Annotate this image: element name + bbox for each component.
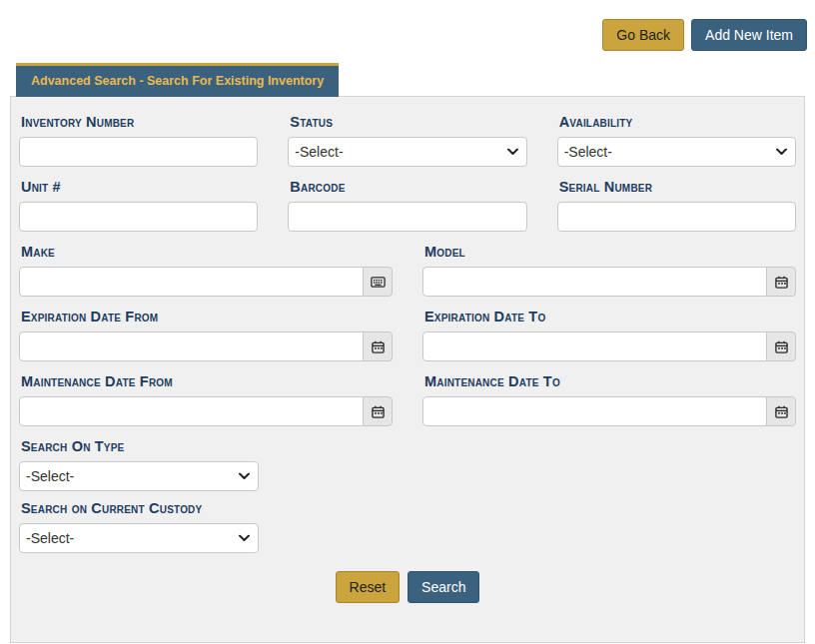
availability-field: Availability -Select- (557, 105, 796, 167)
calendar-icon (775, 405, 788, 418)
form-row-2: Unit # Barcode Serial Number (19, 170, 796, 235)
status-field: Status -Select- (288, 105, 526, 167)
add-new-item-button[interactable]: Add New Item (691, 19, 807, 51)
serial-number-field: Serial Number (557, 170, 796, 232)
form-row-5: Maintenance Date From (19, 364, 796, 429)
go-back-button[interactable]: Go Back (602, 19, 684, 51)
form-row-1: Inventory Number Status -Select- Availab… (19, 105, 796, 170)
serial-number-input[interactable] (557, 202, 796, 232)
status-select[interactable]: -Select- (288, 137, 526, 167)
search-on-current-custody-label: Search on Current Custody (21, 500, 257, 516)
status-label: Status (290, 114, 524, 130)
search-on-current-custody-field: Search on Current Custody -Select- (19, 500, 259, 553)
maintenance-date-to-input[interactable] (422, 396, 767, 426)
expiration-date-from-calendar-button[interactable] (363, 331, 393, 361)
expiration-date-to-field: Expiration Date To (422, 300, 796, 361)
barcode-field: Barcode (288, 170, 526, 232)
maintenance-date-from-field: Maintenance Date From (19, 364, 393, 426)
unit-number-field: Unit # (19, 170, 258, 232)
advanced-search-panel: Inventory Number Status -Select- Availab… (10, 96, 805, 643)
search-on-type-label: Search On Type (21, 438, 257, 454)
unit-number-input[interactable] (19, 202, 258, 232)
model-field: Model (422, 235, 796, 297)
availability-select[interactable]: -Select- (557, 137, 796, 167)
search-button[interactable]: Search (408, 571, 479, 603)
expiration-date-to-label: Expiration Date To (424, 309, 794, 324)
inventory-number-input[interactable] (19, 137, 258, 167)
maintenance-date-from-label: Maintenance Date From (21, 373, 391, 389)
maintenance-date-to-label: Maintenance Date To (424, 373, 794, 389)
calendar-icon (775, 276, 788, 289)
expiration-date-from-input[interactable] (19, 331, 364, 361)
tab-advanced-search[interactable]: Advanced Search - Search For Existing In… (16, 63, 339, 97)
maintenance-date-from-calendar-button[interactable] (363, 396, 393, 426)
search-on-type-select[interactable]: -Select- (19, 461, 259, 491)
form-row-4: Expiration Date From (19, 300, 796, 364)
expiration-date-from-label: Expiration Date From (21, 309, 391, 324)
expiration-date-to-calendar-button[interactable] (766, 331, 796, 361)
unit-number-label: Unit # (21, 179, 256, 195)
search-on-current-custody-select[interactable]: -Select- (19, 523, 259, 553)
barcode-input[interactable] (288, 202, 526, 232)
expiration-date-to-input[interactable] (422, 331, 767, 361)
calendar-icon (775, 340, 788, 353)
inventory-number-label: Inventory Number (21, 114, 256, 130)
search-on-type-field: Search On Type -Select- (19, 438, 259, 491)
form-row-3: Make (19, 235, 796, 300)
availability-label: Availability (559, 114, 794, 130)
make-field: Make (19, 235, 393, 297)
tab-strip: Advanced Search - Search For Existing In… (16, 63, 815, 96)
reset-button[interactable]: Reset (336, 571, 401, 603)
model-input[interactable] (422, 267, 767, 297)
maintenance-date-to-calendar-button[interactable] (766, 396, 796, 426)
form-actions: Reset Search (19, 571, 796, 603)
make-label: Make (21, 244, 391, 260)
top-toolbar: Go Back Add New Item (0, 0, 815, 51)
barcode-label: Barcode (290, 179, 524, 195)
keyboard-icon (371, 277, 386, 288)
maintenance-date-from-input[interactable] (19, 396, 364, 426)
maintenance-date-to-field: Maintenance Date To (422, 364, 796, 426)
make-keyboard-button[interactable] (363, 267, 393, 297)
expiration-date-from-field: Expiration Date From (19, 300, 393, 361)
make-input[interactable] (19, 267, 364, 297)
model-label: Model (424, 244, 794, 260)
calendar-icon (372, 405, 385, 418)
model-calendar-button[interactable] (766, 267, 796, 297)
inventory-number-field: Inventory Number (19, 105, 258, 167)
serial-number-label: Serial Number (559, 179, 794, 195)
calendar-icon (372, 340, 385, 353)
